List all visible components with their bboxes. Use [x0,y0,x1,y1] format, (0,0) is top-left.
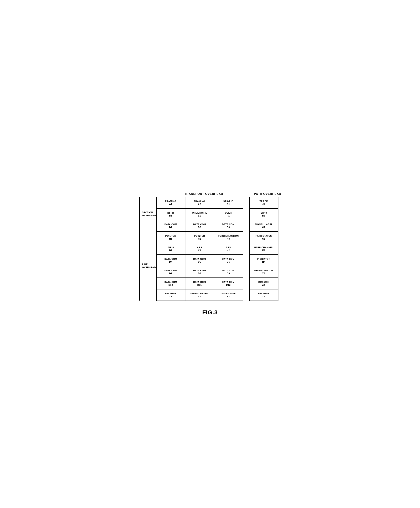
section-overhead-label: SECTIONOVERHEAD [142,211,156,217]
path-cell-id: Z3 [262,272,265,275]
path-grid: TRACEJ1BIP-8B3SIGNAL LABELC2PATH STATUSG… [249,197,278,301]
cell-title: BIP-B [167,212,174,214]
transport-cell-r7-c0: DATA COMD10 [157,278,185,289]
cell-title: ORDERWIRE [192,212,207,214]
cell-title: POINTER [194,235,205,237]
transport-cell-r8-c2: ORDERWIREE2 [214,289,243,301]
path-cell-id: Z5 [262,295,265,298]
transport-cell-r4-c2: APSK2 [214,243,243,255]
path-cell-id: C2 [262,226,265,228]
path-overhead-label: PATH OVERHEAD [253,192,282,195]
cell-title: BIP-8 [167,246,174,249]
transport-cell-r6-c2: DATA COMD9 [214,266,243,278]
cell-id: B2 [169,249,172,252]
path-cell-r5: INDICATORH4 [250,255,278,266]
cell-title: DATA COM [164,258,177,260]
path-cell-title: TRACE [260,200,268,203]
top-labels: TRANSPORT OVERHEAD PATH OVERHEAD [138,192,282,195]
side-annotations: SECTIONOVERHEAD LINEOVERHEAD [138,197,156,301]
cell-title: DATA COM [164,223,177,226]
cell-title: POINTER ACTION [218,235,239,237]
line-arrow-down [139,299,140,300]
cell-id: B1 [169,214,172,217]
transport-cell-r5-c0: DATA COMD4 [157,255,185,266]
transport-cell-r6-c1: DATA COMD8 [185,266,214,278]
transport-cell-r5-c1: DATA COMD5 [185,255,214,266]
cell-title: USER [225,212,232,214]
cell-title: POINTER [165,235,176,237]
path-cell-r3: PATH STATUSG1 [250,232,278,243]
main-content: SECTIONOVERHEAD LINEOVERHEAD FRAMINGA1FR… [138,197,282,301]
cell-id: D8 [198,272,201,275]
transport-overhead-label: TRANSPORT OVERHEAD [161,192,247,195]
cell-id: K1 [198,249,201,252]
transport-cell-r3-c1: POINTERH2 [185,232,214,243]
page: TRANSPORT OVERHEAD PATH OVERHEAD SECTION… [138,192,282,316]
cell-id: H1 [169,238,172,240]
line-overhead-label: LINEOVERHEAD [142,263,156,269]
cell-title: DATA COM [193,269,206,272]
cell-id: D9 [227,272,230,275]
transport-cell-r3-c2: POINTER ACTIONH3 [214,232,243,243]
cell-title: APS [226,246,231,249]
cell-id: D7 [169,272,172,275]
cell-id: Z1 [169,295,172,298]
path-cell-title: USER CHANNEL [254,246,273,249]
path-cell-id: J1 [262,203,265,205]
transport-cell-r8-c0: GROWTHZ1 [157,289,185,301]
cell-id: D12 [226,284,231,286]
cell-id: H2 [198,238,201,240]
path-cell-title: BIP-8 [261,212,267,214]
cell-id: D6 [227,261,230,263]
section-bracket-line [139,197,140,231]
cell-id: E1 [198,214,201,217]
cell-title: APS [197,246,202,249]
cell-id: Z2 [198,295,201,298]
path-cell-id: Z4 [262,284,265,286]
path-cell-id: G1 [262,238,265,240]
transport-grid: FRAMINGA1FRAMINGA2STS-1 IDC1BIP-BB1ORDER… [156,197,243,301]
transport-cell-r6-c0: DATA COMD7 [157,266,185,278]
transport-cell-r5-c2: DATA COMD6 [214,255,243,266]
cell-title: DATA COM [193,281,206,284]
cell-id: C1 [227,203,230,205]
path-cell-r4: USER CHANNELF2 [250,243,278,255]
cell-title: DATA COM [222,258,235,260]
cell-title: DATA COM [164,281,177,284]
path-cell-r1: BIP-8B3 [250,209,278,220]
line-annotation: LINEOVERHEAD [138,231,156,300]
path-cell-r7: GROWTHZ4 [250,278,278,289]
cell-id: H3 [227,238,230,240]
cell-title: GROWTH [165,292,176,295]
cell-id: D10 [168,284,173,286]
cell-id: D3 [227,226,230,228]
path-cell-title: GROWTH [258,292,269,295]
transport-cell-r7-c2: DATA COMD12 [214,278,243,289]
section-arrow-up [139,197,140,198]
path-cell-r8: GROWTHZ5 [250,289,278,301]
path-cell-title: SIGNAL LABEL [255,223,273,226]
transport-cell-r1-c1: ORDERWIREE1 [185,209,214,220]
transport-cell-r1-c2: USERF1 [214,209,243,220]
cell-title: DATA COM [164,269,177,272]
path-cell-r0: TRACEJ1 [250,197,278,209]
cell-id: K2 [227,249,230,252]
transport-cell-r8-c1: GROWTH/FEBEZ2 [185,289,214,301]
figure-label: FIG.3 [202,309,218,316]
path-cell-title: GROWTH/DODB [254,269,273,272]
transport-cell-r2-c2: DATA COMD3 [214,220,243,232]
path-cell-id: H4 [262,261,265,263]
transport-cell-r0-c2: STS-1 IDC1 [214,197,243,209]
cell-title: ORDERWIRE [221,292,236,295]
cell-title: GROWTH/FEBE [191,292,209,295]
cell-id: F1 [227,214,230,217]
cell-title: DATA COM [222,269,235,272]
cell-id: E2 [227,295,230,298]
transport-cell-r0-c1: FRAMINGA2 [185,197,214,209]
cell-id: D2 [198,226,201,228]
section-annotation: SECTIONOVERHEAD [138,197,156,231]
path-cell-title: GROWTH [258,281,269,284]
transport-cell-r3-c0: POINTERH1 [157,232,185,243]
transport-cell-r1-c0: BIP-BB1 [157,209,185,220]
cell-title: DATA COM [193,258,206,260]
